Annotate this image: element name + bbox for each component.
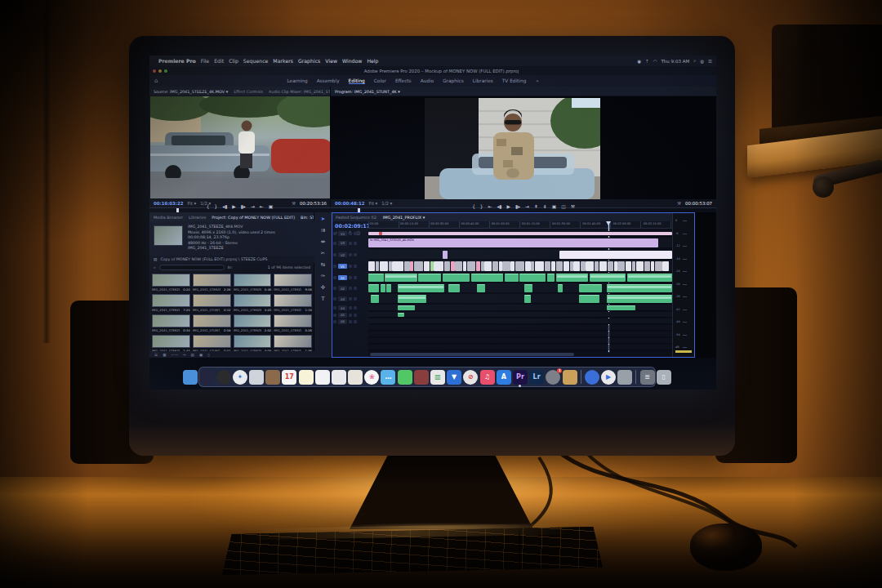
video-clip[interactable] (481, 261, 484, 271)
audio-clip[interactable] (398, 305, 415, 310)
video-clip[interactable] (434, 261, 443, 271)
audio-clip[interactable] (505, 274, 519, 282)
video-clip[interactable] (404, 261, 410, 271)
audio-clip[interactable] (519, 274, 546, 282)
menu-clip[interactable]: Clip (229, 58, 238, 64)
menu-file[interactable]: File (201, 58, 209, 64)
track-mute-toggle[interactable] (349, 306, 352, 310)
track-lane-a6[interactable] (368, 318, 672, 324)
project-item-thumbnail[interactable] (193, 335, 231, 348)
tab-media-browser[interactable]: Media Browser (154, 215, 183, 220)
timeline-ruler[interactable]: 00:0000:00:15:0000:00:30:0000:00:45:0000… (368, 221, 672, 229)
audio-clip[interactable] (471, 274, 503, 282)
track-target-v4[interactable]: V4 (338, 231, 347, 236)
reminders-icon[interactable] (315, 370, 330, 385)
audio-clip[interactable] (398, 284, 444, 292)
video-clip[interactable] (430, 261, 434, 271)
trash-icon[interactable]: ▯ (657, 370, 671, 385)
track-mute-toggle[interactable] (349, 253, 352, 256)
video-clip[interactable] (414, 261, 423, 271)
screen-time-icon[interactable]: ⊘ (463, 370, 478, 385)
video-clip[interactable] (484, 261, 492, 271)
audio-clip[interactable] (579, 295, 599, 303)
audio-clip[interactable] (607, 295, 672, 303)
mark-out-icon[interactable]: } (480, 204, 483, 209)
export-frame-icon[interactable]: ▣ (269, 204, 273, 209)
lift-icon[interactable]: ⇞ (534, 204, 538, 209)
track-solo-toggle[interactable] (354, 242, 357, 245)
list-view-icon[interactable]: ☰ (154, 353, 158, 357)
program-video-frame[interactable] (425, 98, 600, 199)
books-icon[interactable] (414, 370, 429, 385)
project-item[interactable]: IMG_2041_STEEZE_4...9:06 (273, 273, 313, 292)
video-clip[interactable] (499, 261, 502, 271)
menu-view[interactable]: View (325, 58, 337, 64)
track-target-v3[interactable]: V3 (338, 241, 347, 246)
contacts-icon[interactable] (265, 370, 280, 385)
utilities-folder-icon[interactable] (563, 370, 577, 385)
video-clip[interactable] (376, 261, 379, 271)
menu-sequence[interactable]: Sequence (243, 58, 269, 64)
audio-clip[interactable] (385, 274, 416, 282)
video-clip[interactable] (570, 261, 573, 271)
video-clip[interactable] (467, 261, 475, 271)
video-clip[interactable] (515, 261, 524, 271)
audio-clip[interactable] (579, 284, 602, 292)
track-mute-toggle[interactable] (349, 232, 352, 235)
video-clip[interactable] (599, 261, 607, 271)
track-target-a5[interactable]: A5 (338, 313, 347, 318)
audio-clip[interactable] (381, 284, 385, 292)
track-mute-toggle[interactable] (349, 242, 352, 245)
slip-tool[interactable]: ⇆ (321, 261, 325, 268)
clip-preview-thumbnail[interactable] (154, 225, 183, 246)
menu-edit[interactable]: Edit (214, 58, 224, 64)
video-clip[interactable] (368, 261, 375, 271)
track-header-a6[interactable]: A6 (333, 318, 367, 324)
video-clip[interactable] (424, 261, 430, 271)
track-header-a5[interactable]: A5 (333, 312, 367, 318)
track-header-a2[interactable]: A2 (333, 283, 367, 293)
insert-icon[interactable]: ⇥ (251, 204, 255, 209)
audio-clip[interactable] (477, 284, 485, 292)
video-clip[interactable] (531, 261, 534, 271)
external-drive-icon[interactable] (617, 370, 632, 385)
video-clip[interactable] (451, 261, 455, 271)
home-icon[interactable]: ⌂ (154, 78, 158, 84)
firefox-icon[interactable] (199, 370, 214, 385)
track-lock-toggle[interactable] (333, 276, 336, 279)
video-clip[interactable] (455, 261, 462, 271)
video-clip[interactable]: fx IMG_2041_STEEZE_4K.MOV (368, 238, 658, 247)
video-clip[interactable] (564, 261, 569, 271)
search-input[interactable] (159, 265, 225, 270)
spotlight-icon[interactable]: ⌕ (693, 58, 696, 64)
track-mute-toggle[interactable] (349, 265, 352, 268)
project-item-thumbnail[interactable] (234, 274, 272, 287)
video-clip[interactable] (443, 251, 448, 259)
audio-clip[interactable] (443, 274, 470, 282)
audio-clip[interactable] (418, 274, 441, 282)
mark-in-icon[interactable]: { (207, 204, 210, 209)
menu-window[interactable]: Window (342, 58, 362, 64)
safari-icon[interactable]: ✦ (233, 370, 247, 385)
facetime-icon[interactable] (398, 370, 412, 385)
audio-clip[interactable] (386, 284, 391, 292)
project-item[interactable]: IMG_2041_STEEZE_4...0:24 (151, 273, 191, 292)
menu-graphics[interactable]: Graphics (298, 58, 320, 64)
overwrite-icon[interactable]: ⇤ (260, 204, 264, 209)
track-lane-a5[interactable] (368, 312, 672, 318)
project-item[interactable]: IMG_2041_STEEZE_4...0:46 (233, 273, 273, 292)
project-item[interactable]: IMG_2041_STEEZE_4...2:02 (233, 314, 273, 333)
track-solo-toggle[interactable] (354, 297, 357, 301)
hand-tool[interactable]: ✣ (321, 284, 325, 291)
minimize-window-button[interactable] (158, 69, 162, 73)
track-target-v2[interactable]: V2 (338, 252, 347, 257)
quicktime-icon[interactable] (585, 370, 599, 385)
step-forward-icon[interactable]: ▮▸ (515, 204, 520, 209)
bluetooth-icon[interactable]: ⇡ (645, 59, 649, 64)
track-header-v1[interactable]: V1 (333, 261, 367, 272)
audio-clip[interactable] (448, 284, 459, 292)
system-preferences-icon[interactable]: 1 (546, 370, 560, 385)
export-frame-icon[interactable]: ▣ (552, 204, 556, 209)
workspace-overflow-icon[interactable]: » (536, 78, 539, 83)
mark-out-icon[interactable]: } (215, 204, 218, 209)
